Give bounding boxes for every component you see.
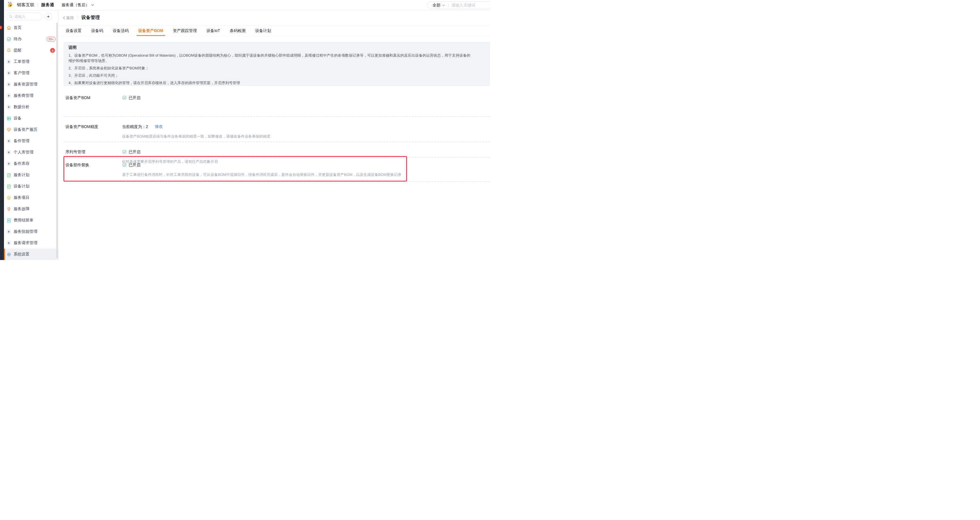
gear-icon	[6, 252, 11, 257]
expand-arrow-icon	[6, 105, 11, 110]
sidebar-item-device[interactable]: 设备	[4, 113, 58, 124]
workspace-switcher[interactable]: 服务通（售后）	[62, 3, 94, 8]
setting-description: 基于工单进行备件消耗时，针对工单关联的设备，可从设备BOM中选择旧件，待备件消耗…	[122, 172, 401, 177]
status-enabled: 已开启	[122, 149, 218, 155]
left-dark-rail[interactable]	[0, 0, 4, 260]
sidebar: 请输入 + 首页 待办 99+ 提醒	[4, 10, 59, 260]
sidebar-item-system-settings[interactable]: 系统设置	[4, 249, 58, 260]
sidebar-item-label: 服务项目	[14, 195, 29, 200]
chevron-left-icon	[63, 16, 65, 19]
sidebar-item-label: 个人库管理	[14, 150, 33, 155]
sidebar-menu: 首页 待办 99+ 提醒 4 工单管理	[4, 22, 58, 260]
sidebar-item-customer[interactable]: 客户管理	[4, 67, 58, 79]
status-text: 已开启	[129, 149, 140, 155]
global-search[interactable]: 全部 请输入关键词	[427, 2, 490, 9]
sidebar-item-label: 备件管理	[14, 138, 29, 143]
sidebar-search-input[interactable]: 请输入	[6, 13, 42, 21]
chevron-down-icon	[91, 4, 94, 6]
search-scope-select[interactable]: 全部	[433, 3, 441, 8]
sidebar-item-service-project[interactable]: 服务项目	[4, 192, 58, 204]
add-button[interactable]: +	[45, 13, 52, 21]
status-text: 已开启	[129, 162, 140, 168]
sidebar-item-spare-inventory[interactable]: 备件库存	[4, 158, 58, 169]
tab-barcode-check[interactable]: 条码检测	[230, 25, 245, 36]
check-circle-icon	[122, 149, 127, 154]
setting-label: 设备资产BOM	[65, 95, 122, 100]
clipboard-icon	[6, 184, 11, 189]
notice-item: 1、设备资产BOM，也可称为OBOM (Operational Bill of …	[68, 52, 485, 64]
check-circle-icon	[122, 95, 127, 100]
modify-link[interactable]: 修改	[155, 124, 163, 129]
sidebar-item-analytics[interactable]: 数据分析	[4, 102, 58, 113]
sidebar-item-settlement[interactable]: 费用结算单	[4, 215, 58, 226]
sidebar-item-label: 设备资产履历	[14, 127, 37, 132]
status-enabled: 已开启	[122, 162, 401, 168]
expand-arrow-icon	[6, 93, 11, 98]
sidebar-item-service-fault[interactable]: 服务故障	[4, 204, 58, 215]
sidebar-item-service-plan[interactable]: 服务计划	[4, 169, 58, 181]
main-panel: 返回 设备管理 设备设置 设备码 设备活码 设备资产BOM 资产跟踪管理 设备I…	[59, 10, 490, 260]
search-icon	[9, 15, 13, 18]
brand-primary: 销客互联	[17, 2, 35, 8]
expand-arrow-icon	[6, 70, 11, 76]
bell-icon	[6, 48, 11, 53]
precision-value: 当前精度为：2	[122, 124, 148, 129]
notice-box: 说明 1、设备资产BOM，也可称为OBOM (Operational Bill …	[64, 42, 490, 86]
back-button[interactable]: 返回	[63, 15, 74, 21]
workspace-label: 服务通（售后）	[62, 3, 89, 8]
tab-asset-tracking[interactable]: 资产跟踪管理	[173, 25, 197, 36]
sidebar-item-label: 设备	[14, 116, 22, 121]
tab-device-code[interactable]: 设备码	[91, 25, 103, 36]
tab-device-iot[interactable]: 设备IoT	[207, 25, 220, 36]
home-icon	[6, 25, 11, 30]
topbar: 销客互联 服务通 服务通（售后） 全部 请输入关键词	[4, 0, 490, 10]
expand-arrow-icon	[6, 240, 11, 246]
sidebar-item-label: 服务商管理	[14, 93, 33, 98]
asset-gem-icon	[6, 127, 11, 132]
setting-label: 设备部件替换	[65, 162, 122, 168]
notice-title: 说明	[68, 45, 485, 50]
sidebar-item-label: 待办	[14, 37, 22, 41]
reminder-count-badge: 4	[50, 48, 55, 53]
tab-bar: 设备设置 设备码 设备活码 设备资产BOM 资产跟踪管理 设备IoT 条码检测 …	[59, 25, 490, 36]
sidebar-item-service-request[interactable]: 服务请求管理	[4, 237, 58, 249]
sidebar-item-home[interactable]: 首页	[4, 22, 58, 33]
sidebar-item-reminder[interactable]: 提醒 4	[4, 45, 58, 56]
tab-device-livecode[interactable]: 设备活码	[113, 25, 129, 36]
sidebar-item-service-resource[interactable]: 服务资源管理	[4, 79, 58, 90]
sidebar-item-spareparts[interactable]: 备件管理	[4, 135, 58, 147]
sidebar-item-service-skill[interactable]: 服务技能管理	[4, 226, 58, 237]
sidebar-search-placeholder: 请输入	[14, 14, 25, 19]
clipboard-icon	[6, 172, 11, 178]
chevron-down-icon	[442, 4, 445, 6]
sidebar-item-provider[interactable]: 服务商管理	[4, 90, 58, 102]
sidebar-item-label: 费用结算单	[14, 218, 33, 223]
bee-logo-icon	[7, 2, 13, 8]
status-text: 已开启	[129, 95, 140, 100]
sidebar-item-label: 数据分析	[14, 105, 29, 110]
sidebar-item-workorder[interactable]: 工单管理	[4, 56, 58, 67]
sidebar-item-personal-stock[interactable]: 个人库管理	[4, 147, 58, 158]
sidebar-item-device-plan[interactable]: 设备计划	[4, 181, 58, 192]
sidebar-item-label: 备件库存	[14, 161, 29, 166]
setting-description: 设备资产BOM精度必须与备件业务单据的精度一致，如要修改，请修改备件业务单据的精…	[122, 134, 270, 139]
sidebar-item-todo[interactable]: 待办 99+	[4, 33, 58, 45]
tab-device-asset-bom[interactable]: 设备资产BOM	[138, 25, 164, 36]
sidebar-item-label: 工单管理	[14, 59, 29, 64]
todo-check-icon	[6, 37, 11, 41]
expand-arrow-icon	[6, 138, 11, 143]
global-search-input[interactable]: 请输入关键词	[452, 3, 475, 8]
sidebar-item-label: 提醒	[14, 48, 22, 53]
receipt-icon	[6, 218, 11, 223]
device-server-icon	[6, 116, 11, 121]
layers-icon	[6, 195, 11, 200]
tab-device-settings[interactable]: 设备设置	[66, 25, 81, 36]
notice-item: 3、开启后，此功能不可关闭；	[68, 73, 485, 78]
page-header: 返回 设备管理	[59, 10, 490, 25]
back-label: 返回	[66, 15, 74, 21]
sidebar-item-label: 设备计划	[14, 184, 29, 189]
sidebar-scrollbar[interactable]	[56, 23, 58, 258]
tab-device-plan[interactable]: 设备计划	[255, 25, 271, 36]
notification-dot	[0, 26, 2, 29]
sidebar-item-asset-history[interactable]: 设备资产履历	[4, 124, 58, 135]
